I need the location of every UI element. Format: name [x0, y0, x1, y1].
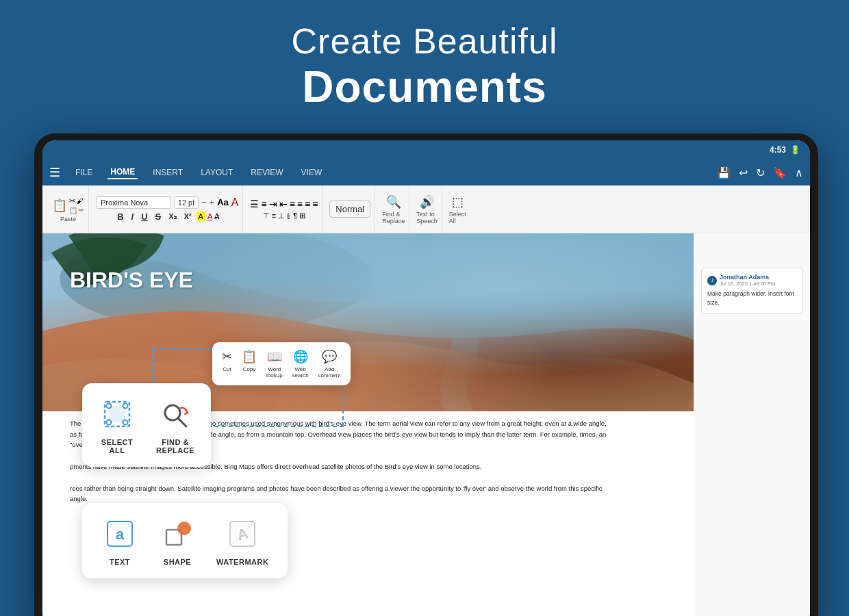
ctx-web-search-label: Websearch: [292, 366, 309, 378]
menu-view[interactable]: VIEW: [299, 166, 325, 179]
select-all-item[interactable]: SELECTALL: [99, 396, 136, 454]
comment-user-name: Jonathan Adams: [720, 274, 775, 281]
ctx-add-comment-label: Addcomment: [318, 366, 341, 378]
align-right-icon[interactable]: ≡: [305, 198, 310, 209]
add-comment-icon: 💬: [322, 349, 337, 364]
paste-label: Paste: [60, 216, 76, 222]
select-all-toolbar-icon: ⬚: [452, 194, 464, 209]
align-top-icon[interactable]: ⊤: [263, 211, 270, 220]
ctx-add-comment[interactable]: 💬 Addcomment: [318, 349, 341, 378]
svg-point-13: [177, 522, 191, 535]
font-decrease-icon[interactable]: −: [201, 197, 207, 207]
insert-text-item[interactable]: a TEXT: [101, 515, 138, 566]
save-icon[interactable]: 💾: [717, 166, 731, 179]
insert-watermark-label: WATERMARK: [216, 558, 268, 566]
indent-icon[interactable]: ⇥: [269, 198, 277, 209]
paste-icon[interactable]: 📋: [52, 198, 67, 213]
find-replace-item[interactable]: FIND &REPLACE: [156, 396, 194, 454]
show-formatting-icon[interactable]: ¶: [293, 211, 297, 220]
underline-button[interactable]: U: [138, 211, 150, 222]
font-group: − + Aa A B I U S X₂ X² A A A̷: [92, 185, 243, 233]
align-center-icon[interactable]: ≡: [297, 198, 303, 209]
insert-shape-icon-wrap: [159, 515, 196, 552]
context-menu-popup: ✂ Cut 📋 Copy 📖 Wordlookup 🌐 Websearch 💬 …: [212, 342, 351, 385]
hero-line2: Documents: [0, 62, 849, 112]
redo-icon[interactable]: ↻: [756, 166, 765, 179]
select-all-label: SelectAll: [449, 211, 466, 224]
insert-watermark-item[interactable]: A WATERMARK: [216, 515, 268, 566]
bold-button[interactable]: B: [114, 211, 126, 222]
tablet-inner: 4:53 🔋 ☰ FILE HOME INSERT LAYOUT REVIEW …: [42, 140, 810, 616]
paste-btn[interactable]: 📋: [69, 207, 77, 214]
para-settings-icon[interactable]: ⊞: [299, 211, 305, 220]
numbered-list-icon[interactable]: ≡: [261, 198, 266, 209]
ctx-word-lookup[interactable]: 📖 Wordlookup: [266, 349, 283, 378]
change-case-icon[interactable]: Aa: [217, 197, 229, 207]
collapse-icon[interactable]: ∧: [795, 166, 803, 179]
copy-style-icon[interactable]: 🖌: [77, 197, 84, 205]
text-to-speech-icon: 🔊: [420, 194, 435, 209]
ctx-cut[interactable]: ✂ Cut: [222, 349, 232, 378]
menu-file[interactable]: FILE: [73, 166, 95, 179]
hamburger-icon[interactable]: ☰: [49, 165, 60, 180]
strikethrough-button[interactable]: S: [153, 211, 164, 222]
format-painter-icon[interactable]: ✏: [79, 207, 84, 214]
align-middle-icon[interactable]: ≡: [272, 211, 276, 220]
find-replace-popup-label: FIND &REPLACE: [156, 438, 194, 454]
superscript-button[interactable]: X²: [181, 211, 194, 221]
bullet-list-icon[interactable]: ☰: [250, 198, 259, 209]
find-replace-icon-wrap: [157, 396, 194, 433]
insert-popup: a TEXT SHAPE A: [82, 503, 288, 578]
italic-button[interactable]: I: [129, 211, 137, 222]
hero-line1: Create Beautiful: [0, 21, 849, 62]
menu-review[interactable]: REVIEW: [248, 166, 286, 179]
svg-point-6: [107, 420, 112, 425]
word-lookup-icon: 📖: [267, 349, 282, 364]
hero-section: Create Beautiful Documents: [0, 0, 849, 112]
font-increase-icon[interactable]: +: [210, 197, 215, 207]
comment-user: J Jonathan Adams Jul 16, 2020 1:48:00 PM: [707, 274, 797, 287]
ctx-web-search[interactable]: 🌐 Websearch: [292, 349, 309, 378]
text-color-icon[interactable]: A: [231, 196, 239, 209]
columns-icon[interactable]: ⫿: [287, 211, 291, 220]
font-size-input[interactable]: [174, 196, 199, 209]
menu-insert[interactable]: INSERT: [150, 166, 186, 179]
cut-icon[interactable]: ✂: [69, 196, 75, 205]
find-replace-group[interactable]: 🔍 Find &Replace: [378, 185, 409, 233]
undo-icon[interactable]: ↩: [739, 166, 748, 179]
justify-icon[interactable]: ≡: [312, 198, 318, 209]
menu-right-icons: 💾 ↩ ↻ 🔖 ∧: [717, 166, 803, 179]
align-left-icon[interactable]: ≡: [290, 198, 295, 209]
menu-layout[interactable]: LAYOUT: [198, 166, 236, 179]
watermark-icon: A: [227, 519, 257, 549]
copy-icon: 📋: [242, 349, 257, 364]
status-bar: 4:53 🔋: [42, 140, 810, 159]
bookmark-icon[interactable]: 🔖: [773, 166, 787, 179]
svg-point-4: [107, 404, 112, 409]
ctx-copy-label: Copy: [243, 366, 256, 372]
menu-bar: ☰ FILE HOME INSERT LAYOUT REVIEW VIEW 💾 …: [42, 159, 810, 185]
outdent-icon[interactable]: ⇤: [279, 198, 288, 209]
svg-rect-3: [109, 406, 125, 422]
font-name-selector[interactable]: [96, 196, 171, 209]
highlight-icon[interactable]: A: [197, 211, 205, 221]
ctx-copy[interactable]: 📋 Copy: [242, 349, 257, 378]
ctx-word-lookup-label: Wordlookup: [266, 366, 283, 378]
comment-sidebar: J Jonathan Adams Jul 16, 2020 1:48:00 PM…: [694, 233, 810, 616]
subscript-button[interactable]: X₂: [166, 211, 179, 222]
insert-shape-item[interactable]: SHAPE: [159, 515, 196, 566]
menu-home[interactable]: HOME: [107, 166, 138, 179]
select-all-group[interactable]: ⬚ SelectAll: [445, 185, 470, 233]
insert-text-label: TEXT: [110, 558, 130, 566]
ctx-cut-label: Cut: [223, 366, 231, 372]
clear-format-icon[interactable]: A̷: [214, 212, 220, 221]
font-color-btn[interactable]: A: [207, 212, 212, 220]
text-icon: a: [105, 519, 135, 549]
svg-line-9: [178, 418, 186, 426]
comment-avatar: J: [707, 276, 717, 285]
text-to-speech-group[interactable]: 🔊 Text toSpeech: [412, 185, 442, 233]
insert-watermark-icon-wrap: A: [224, 515, 261, 552]
comment-bubble: J Jonathan Adams Jul 16, 2020 1:48:00 PM…: [701, 268, 803, 313]
align-bottom-icon[interactable]: ⊥: [278, 211, 285, 220]
normal-style[interactable]: Normal: [329, 201, 370, 218]
